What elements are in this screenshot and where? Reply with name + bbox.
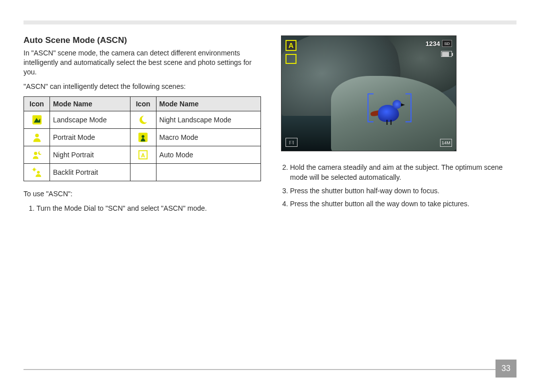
mode-name-cell: Macro Mode (156, 128, 260, 146)
focus-bracket-right-icon (406, 93, 412, 122)
mode-name-cell (156, 163, 260, 181)
mode-name-cell: Night Portrait (50, 146, 130, 163)
table-header-icon-2: Icon (130, 96, 156, 111)
step-item: Turn the Mode Dial to "SCN" and select "… (36, 203, 261, 213)
landscape-icon (32, 114, 42, 125)
svg-point-4 (142, 135, 144, 138)
osd-auto-mode-icon: A (286, 40, 296, 51)
top-rule (24, 20, 516, 24)
footer: 33 (24, 363, 516, 376)
night-portrait-icon (32, 149, 42, 160)
svg-point-5 (34, 152, 37, 155)
table-header-icon-1: Icon (24, 96, 50, 111)
osd-resolution-badge: 14M (440, 139, 452, 147)
portrait-icon (32, 132, 42, 143)
mode-name-cell: Portrait Mode (50, 128, 130, 146)
focus-bracket-left-icon (368, 93, 374, 122)
mode-name-cell: Auto Mode (156, 146, 260, 163)
to-use-label: To use "ASCN": (24, 189, 261, 199)
table-header-modename-2: Mode Name (156, 96, 260, 111)
osd-sd-card-icon: SD (442, 40, 452, 47)
scene-mode-table: Icon Mode Name Icon Mode Name Landscape … (24, 96, 261, 181)
osd-scene-indicator-icon (286, 54, 296, 64)
svg-text:A: A (141, 152, 145, 158)
osd-battery-icon (441, 51, 452, 57)
macro-flower-icon (138, 132, 148, 143)
table-row: Night Portrait A Auto Mode (24, 146, 261, 163)
backlit-portrait-icon (32, 167, 42, 178)
section-title: Auto Scene Mode (ASCN) (24, 35, 261, 45)
svg-point-13 (37, 171, 40, 174)
svg-point-8 (32, 168, 36, 171)
svg-point-2 (35, 133, 38, 137)
mode-name-cell: Landscape Mode (50, 111, 130, 128)
table-row: Landscape Mode Night Landscape Mode (24, 111, 261, 128)
intro-paragraph-2: "ASCN" can intelligently detect the foll… (24, 82, 261, 91)
page-number: 33 (496, 360, 516, 378)
intro-paragraph-1: In "ASCN" scene mode, the camera can det… (24, 48, 261, 77)
table-row: Portrait Mode Macro Mode (24, 128, 261, 146)
step-item: Press the shutter button all the way dow… (290, 199, 516, 209)
footer-rule (24, 369, 496, 370)
step-item: Press the shutter button half-way down t… (290, 186, 516, 196)
moon-icon (138, 114, 148, 125)
camera-lcd-preview: A [□] 1234 SD 14M (281, 35, 456, 151)
osd-metering-icon: [□] (286, 138, 298, 147)
auto-mode-icon: A (138, 149, 148, 160)
mode-name-cell: Night Landscape Mode (156, 111, 260, 128)
table-header-modename-1: Mode Name (50, 96, 130, 111)
steps-left: Turn the Mode Dial to "SCN" and select "… (24, 203, 261, 213)
table-row: Backlit Portrait (24, 163, 261, 181)
step-item: Hold the camera steadily and aim at the … (290, 162, 516, 183)
steps-right: Hold the camera steadily and aim at the … (277, 162, 516, 209)
osd-shot-counter: 1234 (426, 40, 440, 47)
mode-name-cell: Backlit Portrait (50, 163, 130, 181)
